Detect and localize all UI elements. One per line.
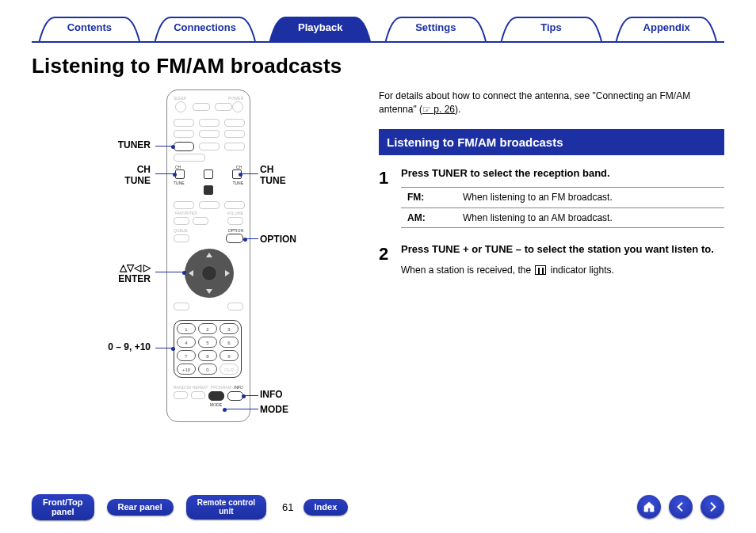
page-number: 61 xyxy=(282,501,293,513)
callout-mode: MODE xyxy=(260,404,288,415)
callout-ch-right: CHTUNE xyxy=(260,164,286,187)
remote-number-pad: 123 456 789 +100CLR xyxy=(174,320,242,378)
nav-rear-panel[interactable]: Rear panel xyxy=(107,499,174,516)
tab-connections[interactable]: Connections xyxy=(147,16,263,41)
step-1-number: 1 xyxy=(379,166,401,229)
table-row: FM:When listening to an FM broadcast. xyxy=(401,187,724,207)
step-2: 2 Press TUNE + or TUNE – to select the s… xyxy=(379,242,724,276)
callout-dpad-enter: △▽◁ ▷ENTER xyxy=(32,262,151,285)
page-title: Listening to FM/AM broadcasts xyxy=(32,54,724,78)
step-2-desc: When a station is received, the indicato… xyxy=(401,264,724,277)
table-row: AM:When listening to an AM broadcast. xyxy=(401,207,724,228)
nav-index[interactable]: Index xyxy=(304,499,349,516)
remote-dpad xyxy=(185,249,234,298)
tab-contents[interactable]: Contents xyxy=(32,16,147,41)
band-table: FM:When listening to an FM broadcast. AM… xyxy=(401,187,724,229)
step-2-title: Press TUNE + or TUNE – to select the sta… xyxy=(401,242,724,257)
callout-option: OPTION xyxy=(260,234,296,245)
step-1: 1 Press TUNER to select the reception ba… xyxy=(379,166,724,229)
tab-playback[interactable]: Playback xyxy=(262,16,378,41)
remote-tuner-button xyxy=(174,142,194,151)
step-1-title: Press TUNER to select the reception band… xyxy=(401,166,724,181)
next-page-icon[interactable] xyxy=(701,495,724,519)
section-heading: Listening to FM/AM broadcasts xyxy=(379,129,724,155)
prev-page-icon[interactable] xyxy=(669,495,693,519)
nav-front-top-panel[interactable]: Front/Top panel xyxy=(32,494,94,520)
callout-info: INFO xyxy=(260,389,283,400)
step-2-number: 2 xyxy=(379,242,401,276)
page-body: Listening to FM/AM broadcasts SLEEP POWE… xyxy=(32,48,724,478)
tab-tips[interactable]: Tips xyxy=(494,16,609,41)
nav-remote-control[interactable]: Remote control unit xyxy=(186,495,266,520)
callout-ch-left: CHTUNE xyxy=(32,164,151,187)
callout-numeric: 0 – 9, +10 xyxy=(32,341,151,352)
home-icon[interactable] xyxy=(637,495,661,519)
callout-tuner: TUNER xyxy=(32,139,151,150)
remote-info-button xyxy=(227,391,243,401)
remote-stop-button xyxy=(204,185,213,195)
remote-mode-button xyxy=(208,391,224,401)
antenna-note: For details about how to connect the ant… xyxy=(379,89,724,116)
footer: Front/Top panel Rear panel Remote contro… xyxy=(32,494,724,520)
tab-settings[interactable]: Settings xyxy=(378,16,494,41)
remote-option-button xyxy=(226,234,243,243)
tab-appendix[interactable]: Appendix xyxy=(609,16,724,41)
link-p26[interactable]: ☞ p. 26 xyxy=(422,104,455,115)
tuned-indicator-icon xyxy=(535,265,546,275)
top-tabs: Contents Connections Playback Settings T… xyxy=(32,16,724,43)
remote-diagram: SLEEP POWER xyxy=(32,89,357,430)
remote-play-button xyxy=(204,169,213,179)
